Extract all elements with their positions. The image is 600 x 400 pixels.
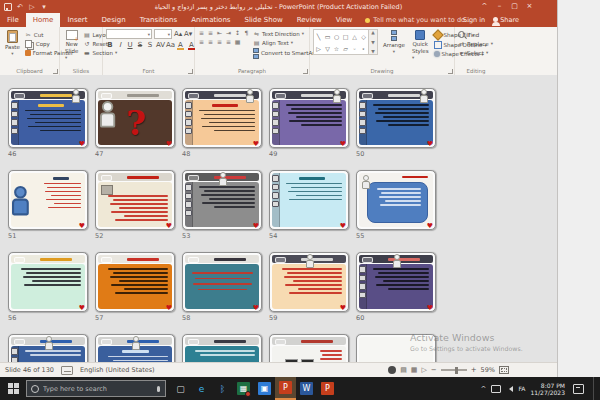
shapes-gallery-scroll[interactable]: ▲▼▼: [369, 29, 378, 55]
zoom-slider-thumb[interactable]: [455, 367, 458, 374]
sign-in-button[interactable]: Sign in: [463, 16, 485, 24]
word-icon[interactable]: W: [296, 377, 317, 400]
network-icon[interactable]: [491, 385, 501, 393]
paragraph-dialog-launcher[interactable]: [303, 69, 308, 74]
tab-transitions[interactable]: Transitions: [133, 13, 185, 27]
hidden-icons-caret[interactable]: ^: [481, 385, 487, 393]
share-button[interactable]: Share: [493, 16, 519, 24]
decrease-indent-icon[interactable]: ⇤: [216, 29, 223, 36]
ribbon-display-options-icon[interactable]: ^: [477, 0, 492, 13]
character-spacing-icon[interactable]: AV: [156, 41, 164, 49]
slide-thumbnail-62[interactable]: [95, 334, 175, 363]
slide-thumbnail-59[interactable]: ♥: [269, 252, 349, 312]
font-name-combo[interactable]: ▾: [106, 29, 152, 39]
slide-thumbnail-52[interactable]: ♥: [95, 170, 175, 230]
drawing-dialog-launcher[interactable]: [448, 69, 453, 74]
minimize-icon[interactable]: –: [492, 0, 507, 13]
slide-sorter-view-icon[interactable]: ▦: [411, 366, 418, 374]
slide-indicator[interactable]: Slide 46 of 130: [5, 366, 54, 374]
tab-insert[interactable]: Insert: [60, 13, 94, 27]
action-center-icon[interactable]: [573, 384, 584, 394]
zoom-in-icon[interactable]: +: [471, 366, 477, 374]
powerpoint-2-icon[interactable]: P: [317, 377, 338, 400]
slide-thumbnail-55[interactable]: ♥: [356, 170, 436, 230]
text-shadow-icon[interactable]: S: [146, 41, 154, 49]
quick-styles-button[interactable]: QuickStyles ▾: [410, 29, 431, 66]
select-button[interactable]: ▸Select▾: [458, 49, 493, 56]
clipboard-dialog-launcher[interactable]: [53, 69, 58, 74]
start-button[interactable]: [0, 377, 26, 400]
slide-thumbnail-46[interactable]: ♥: [8, 88, 88, 148]
normal-view-icon[interactable]: ▤: [400, 366, 407, 374]
start-slideshow-icon[interactable]: ▷: [28, 3, 36, 11]
find-button[interactable]: Find: [458, 31, 493, 38]
task-view-icon[interactable]: ▢: [170, 377, 191, 400]
zoom-level[interactable]: 59%: [481, 366, 495, 374]
close-icon[interactable]: ×: [522, 0, 537, 13]
tab-review[interactable]: Review: [290, 13, 329, 27]
arrange-button[interactable]: Arrange▾: [381, 29, 407, 66]
zoom-slider[interactable]: [441, 369, 467, 371]
underline-icon[interactable]: U: [126, 41, 134, 49]
font-dialog-launcher[interactable]: [188, 69, 193, 74]
bullets-icon[interactable]: ≡: [198, 29, 205, 36]
slide-thumbnail-60[interactable]: ♥: [356, 252, 436, 312]
justify-icon[interactable]: ≡: [225, 38, 232, 45]
font-size-combo[interactable]: ▾: [154, 29, 172, 39]
slide-thumbnail-50[interactable]: ♥: [356, 88, 436, 148]
italic-icon[interactable]: I: [116, 41, 124, 49]
edge-icon[interactable]: e: [191, 377, 212, 400]
keyboard-icon[interactable]: [61, 366, 73, 375]
align-center-icon[interactable]: ≡: [207, 38, 214, 45]
slide-thumbnail-56[interactable]: ♥: [8, 252, 88, 312]
taskbar-clock[interactable]: 8:07 PM 11/27/2023: [530, 382, 565, 396]
zoom-out-icon[interactable]: −: [431, 366, 437, 374]
slide-thumbnail-51[interactable]: ♥: [8, 170, 88, 230]
slideshow-view-icon[interactable]: ▷: [421, 366, 426, 374]
language-indicator[interactable]: English (United States): [80, 366, 155, 374]
slide-thumbnail-57[interactable]: ♥: [95, 252, 175, 312]
photos-icon[interactable]: ▣: [254, 377, 275, 400]
tell-me-box[interactable]: Tell me what you want to do...: [359, 13, 477, 27]
increase-font-icon[interactable]: A▴: [174, 30, 182, 38]
restore-icon[interactable]: ▢: [507, 0, 522, 13]
taskbar-search-input[interactable]: Type here to search: [26, 380, 166, 397]
columns-icon[interactable]: ▦: [234, 38, 241, 45]
align-left-icon[interactable]: ≡: [198, 38, 205, 45]
slide-thumbnail-49[interactable]: ♥: [269, 88, 349, 148]
input-language-indicator[interactable]: FA: [518, 385, 525, 392]
slide-thumbnail-63[interactable]: [182, 334, 262, 363]
slide-thumbnail-47[interactable]: ?♥: [95, 88, 175, 148]
slide-thumbnail-61[interactable]: [8, 334, 88, 363]
slide-thumbnail-54[interactable]: ♥: [269, 170, 349, 230]
save-icon[interactable]: [4, 3, 12, 11]
undo-icon[interactable]: ↶: [16, 3, 24, 11]
increase-indent-icon[interactable]: ⇥: [225, 29, 232, 36]
excel-icon[interactable]: ▦: [233, 377, 254, 400]
tab-animations[interactable]: Animations: [184, 13, 237, 27]
strikethrough-icon[interactable]: S: [136, 41, 144, 49]
slide-thumbnail-48[interactable]: ♥: [182, 88, 262, 148]
highlight-color-icon[interactable]: A: [176, 41, 185, 49]
replace-button[interactable]: ⇄Replace▾: [458, 40, 493, 47]
align-right-icon[interactable]: ≡: [216, 38, 223, 45]
volume-icon[interactable]: [506, 386, 513, 392]
change-case-icon[interactable]: Aa: [166, 41, 174, 49]
numbering-icon[interactable]: ≡: [207, 29, 214, 36]
text-direction-rtl-icon[interactable]: ¶: [243, 29, 250, 36]
bluetooth-icon[interactable]: ᛒ: [212, 377, 233, 400]
tab-slide-show[interactable]: Slide Show: [237, 13, 289, 27]
new-slide-button[interactable]: NewSlide ▾: [63, 29, 80, 66]
fit-to-window-icon[interactable]: [499, 366, 509, 374]
tab-file[interactable]: File: [0, 13, 26, 27]
shapes-gallery[interactable]: ╲▭○□△◇ ▷▽☆▱◦⋆: [313, 29, 369, 55]
microphone-icon[interactable]: [157, 386, 160, 392]
slide-thumbnail-53[interactable]: ♥: [182, 170, 262, 230]
decrease-font-icon[interactable]: A▾: [184, 30, 192, 38]
show-desktop-button[interactable]: [593, 377, 596, 400]
tab-home[interactable]: Home: [26, 13, 61, 27]
bold-icon[interactable]: B: [106, 41, 114, 49]
paste-button[interactable]: Paste▾: [3, 29, 22, 66]
slide-thumbnail-64[interactable]: [269, 334, 349, 363]
slide-thumbnail-65[interactable]: [356, 334, 436, 363]
